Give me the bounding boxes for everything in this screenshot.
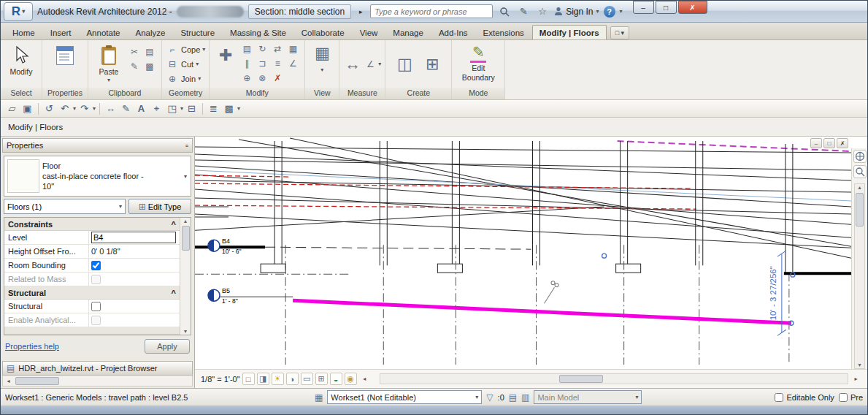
join-button[interactable]: ⊕ Join ▾ bbox=[166, 72, 201, 85]
align-icon[interactable]: ≡ bbox=[271, 57, 284, 69]
scroll-left-icon[interactable]: ◂ bbox=[359, 376, 370, 382]
rotate-icon[interactable]: ↻ bbox=[256, 42, 269, 55]
project-browser-header[interactable]: ▤ HDR_arch_lwitzel.rvt - Project Browser bbox=[2, 361, 193, 376]
ribbon-display-toggle[interactable]: □ ▾ bbox=[610, 26, 629, 39]
property-row-structural[interactable]: Structural bbox=[4, 300, 180, 313]
group-constraints[interactable]: Constraints ^ bbox=[4, 218, 180, 231]
offset-icon[interactable]: ⊐ bbox=[256, 57, 269, 69]
press-drag-checkbox[interactable]: Pre bbox=[839, 393, 863, 402]
undo-chevron-icon[interactable]: ▾ bbox=[73, 105, 76, 112]
property-row-height-offset[interactable]: Height Offset Fro... 0' 0 1/8" bbox=[4, 245, 180, 259]
match-type-icon[interactable]: ✎ bbox=[128, 60, 141, 72]
type-selector-chevron-icon[interactable]: ▾ bbox=[184, 173, 187, 180]
shadows-icon[interactable]: ◑ bbox=[286, 373, 299, 385]
press-drag-input[interactable] bbox=[839, 393, 848, 402]
cut-button[interactable]: ⊟ Cut ▾ bbox=[166, 57, 199, 71]
properties-help-link[interactable]: Properties help bbox=[5, 342, 59, 351]
vscroll-thumb[interactable] bbox=[856, 193, 864, 226]
doc-expand-icon[interactable]: ▸ bbox=[356, 6, 366, 18]
properties-scrollbar[interactable]: ▴ ▾ bbox=[180, 218, 191, 335]
scale-button[interactable]: 1/8" = 1'-0" bbox=[201, 375, 240, 384]
tab-extensions[interactable]: Extensions bbox=[476, 25, 531, 39]
sun-path-icon[interactable]: ☀ bbox=[272, 373, 284, 385]
measure-tool-icon[interactable]: ↔ bbox=[104, 102, 118, 115]
mirror-icon[interactable]: ⇄ bbox=[271, 42, 284, 55]
search-icon[interactable] bbox=[497, 4, 512, 18]
qat-customize-chevron-icon[interactable]: ▾ bbox=[237, 105, 240, 112]
scrollbar-thumb[interactable] bbox=[182, 226, 190, 251]
minimize-button[interactable]: – bbox=[633, 1, 654, 14]
tab-home[interactable]: Home bbox=[5, 25, 42, 39]
cope-button[interactable]: ⌐ Cope ▾ bbox=[166, 42, 205, 56]
zoom-icon[interactable] bbox=[853, 165, 867, 178]
element-filter-combo[interactable]: Floors (1) ▾ bbox=[4, 199, 126, 214]
collapse-chevron-icon[interactable]: ^ bbox=[172, 220, 176, 229]
level-input[interactable] bbox=[91, 232, 176, 243]
array-icon[interactable]: ▦ bbox=[286, 42, 299, 55]
edit-type-button[interactable]: ⊞ Edit Type bbox=[128, 199, 191, 214]
create-group-icon[interactable]: ◫ bbox=[393, 53, 415, 75]
thin-lines-icon[interactable]: ≣ bbox=[207, 102, 220, 115]
favorites-star-icon[interactable]: ☆ bbox=[535, 4, 550, 18]
edit-boundary-button[interactable]: ✎ Edit Boundary bbox=[457, 42, 499, 84]
trim-icon[interactable]: ⊕ bbox=[240, 72, 253, 84]
structural-checkbox[interactable] bbox=[91, 302, 101, 311]
copy-to-clipboard-icon[interactable]: ▤ bbox=[143, 45, 156, 58]
measure-icon[interactable]: ↔ bbox=[343, 53, 362, 75]
hscroll-thumb[interactable] bbox=[559, 375, 603, 383]
crop-view-icon[interactable]: ▭ bbox=[301, 373, 313, 385]
tab-add-ins[interactable]: Add-Ins bbox=[431, 25, 475, 39]
steering-wheel-icon[interactable] bbox=[853, 150, 867, 163]
view-restore-icon[interactable]: □ bbox=[823, 138, 835, 148]
tab-manage[interactable]: Manage bbox=[385, 25, 431, 39]
room-bounding-checkbox[interactable] bbox=[91, 261, 101, 270]
temporary-hide-isolate-icon[interactable]: ◒ bbox=[330, 373, 342, 385]
hscroll-thumb[interactable] bbox=[15, 377, 59, 385]
save-icon[interactable]: ▣ bbox=[20, 102, 34, 115]
editable-only-filter-icon[interactable]: ▥ bbox=[521, 392, 529, 403]
scroll-up-icon[interactable]: ▴ bbox=[184, 218, 187, 224]
pin-icon[interactable]: ⊗ bbox=[256, 72, 269, 84]
search-input[interactable] bbox=[370, 4, 493, 18]
undo-icon[interactable]: ↶ bbox=[58, 102, 72, 115]
application-menu-button[interactable]: R▾ bbox=[4, 2, 33, 21]
reveal-hidden-elements-icon[interactable]: ◉ bbox=[345, 373, 357, 385]
group-structural[interactable]: Structural ^ bbox=[4, 286, 180, 300]
properties-palette-button[interactable] bbox=[48, 42, 82, 69]
view-close-icon[interactable]: ✗ bbox=[837, 138, 848, 148]
filter-icon[interactable]: ▽ bbox=[486, 392, 493, 403]
create-similar-icon[interactable]: ⊞ bbox=[421, 53, 443, 75]
show-crop-region-icon[interactable]: ⊞ bbox=[315, 373, 328, 385]
scale-icon[interactable]: ∠ bbox=[286, 57, 299, 69]
angle-dimension-icon[interactable]: ∠ bbox=[364, 58, 376, 70]
help-button[interactable]: ? bbox=[604, 6, 615, 18]
tab-view[interactable]: View bbox=[353, 25, 385, 39]
design-options-icon[interactable]: ▤ bbox=[509, 392, 517, 403]
paste-options-icon[interactable]: ▩ bbox=[143, 60, 156, 72]
horizontal-scrollbar[interactable] bbox=[380, 373, 848, 384]
palette-options-icon[interactable]: ▫ bbox=[185, 141, 188, 150]
tab-analyze[interactable]: Analyze bbox=[128, 25, 173, 39]
detail-level-icon[interactable]: □ bbox=[242, 373, 255, 385]
copy-icon[interactable]: ▤ bbox=[240, 42, 253, 55]
tab-modify-floors[interactable]: Modify | Floors bbox=[532, 25, 607, 39]
aligned-dimension-icon[interactable]: ✎ bbox=[119, 102, 133, 115]
redo-icon[interactable]: ↷ bbox=[77, 102, 91, 115]
view-minimize-icon[interactable]: – bbox=[810, 138, 822, 148]
tab-annotate[interactable]: Annotate bbox=[79, 25, 127, 39]
tab-insert[interactable]: Insert bbox=[43, 25, 79, 39]
default-3d-view-icon[interactable]: ◳ bbox=[165, 102, 179, 115]
scroll-down-icon[interactable]: ▾ bbox=[184, 328, 187, 335]
visual-style-icon[interactable]: ◨ bbox=[257, 373, 269, 385]
worksets-icon[interactable]: ▦ bbox=[315, 392, 323, 403]
type-selector[interactable]: Floor cast-in-place concrete floor - 10"… bbox=[4, 156, 191, 197]
move-button[interactable]: ✚ bbox=[213, 42, 238, 69]
tab-structure[interactable]: Structure bbox=[173, 25, 222, 39]
split-icon[interactable]: ∥ bbox=[240, 57, 253, 69]
editable-only-checkbox[interactable]: Editable Only bbox=[775, 393, 834, 402]
cut-to-clipboard-icon[interactable]: ✂ bbox=[128, 45, 141, 58]
view-tools-icon[interactable]: ▦ bbox=[311, 42, 333, 64]
section-view-drawing[interactable]: B4 10' - 6" B5 1' - 8" bbox=[195, 137, 851, 369]
maximize-button[interactable]: □ bbox=[656, 1, 677, 14]
properties-palette-header[interactable]: Properties ▫ bbox=[2, 138, 193, 153]
